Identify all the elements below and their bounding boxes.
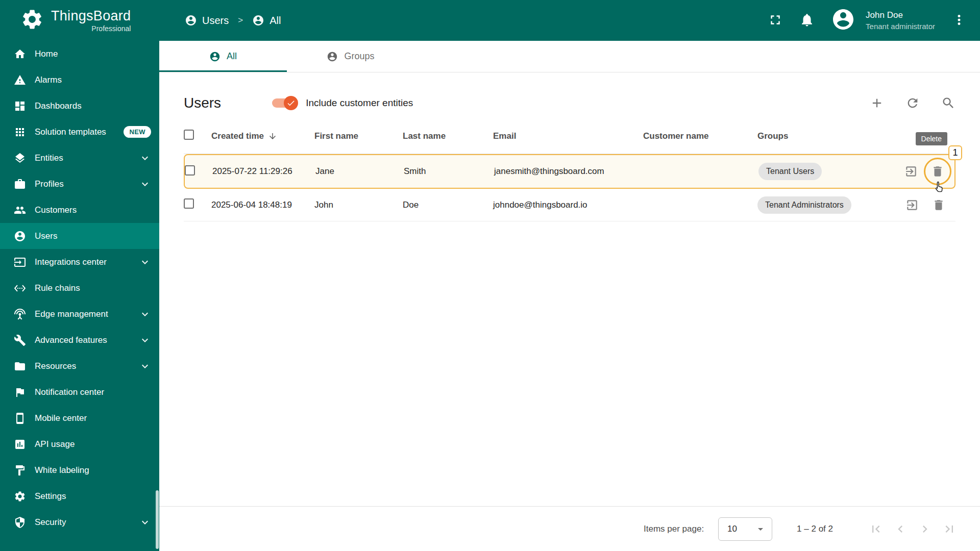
user-icon bbox=[252, 14, 264, 27]
previous-page-button[interactable] bbox=[893, 522, 908, 536]
main-content: All Groups Users Include customer entiti… bbox=[159, 41, 980, 551]
login-as-user-button[interactable] bbox=[904, 165, 918, 178]
group-chip[interactable]: Tenant Users bbox=[758, 163, 822, 180]
page-range-label: 1 – 2 of 2 bbox=[797, 524, 833, 534]
sidebar-item-rule-chains[interactable]: Rule chains bbox=[0, 275, 159, 301]
fullscreen-button[interactable] bbox=[768, 12, 783, 29]
sidebar-item-label: Home bbox=[35, 49, 58, 59]
user-role: Tenant administrator bbox=[866, 22, 935, 31]
sidebar-item-label: Entities bbox=[35, 153, 63, 163]
sidebar-item-notification-center[interactable]: Notification center bbox=[0, 379, 159, 405]
dropdown-caret-icon bbox=[754, 523, 767, 535]
trash-icon bbox=[932, 198, 945, 212]
chevron-down-icon bbox=[139, 256, 151, 268]
column-header-groups[interactable]: Groups bbox=[757, 131, 889, 141]
sidebar-item-settings[interactable]: Settings bbox=[0, 483, 159, 509]
breadcrumb-all[interactable]: All bbox=[252, 14, 281, 27]
select-all-checkbox[interactable] bbox=[184, 130, 194, 140]
row-checkbox[interactable] bbox=[185, 165, 195, 176]
sidebar-item-users[interactable]: Users bbox=[0, 223, 159, 249]
column-header-created-time[interactable]: Created time bbox=[211, 131, 314, 141]
flag-icon bbox=[14, 386, 26, 398]
sidebar-item-label: Profiles bbox=[35, 179, 64, 189]
add-user-button[interactable] bbox=[870, 96, 884, 110]
person-icon bbox=[14, 230, 26, 242]
apps-grid-icon bbox=[14, 126, 26, 138]
thingsboard-app: ThingsBoard Professional Users > All bbox=[0, 0, 980, 551]
tab-all[interactable]: All bbox=[159, 41, 287, 72]
sidebar-item-api-usage[interactable]: API usage bbox=[0, 431, 159, 457]
sidebar-item-customers[interactable]: Customers bbox=[0, 197, 159, 223]
column-header-last-name[interactable]: Last name bbox=[403, 131, 493, 141]
sidebar-item-home[interactable]: Home bbox=[0, 41, 159, 67]
sort-desc-icon[interactable] bbox=[268, 132, 277, 141]
notifications-button[interactable] bbox=[799, 12, 815, 29]
gear-icon bbox=[14, 490, 26, 503]
table-row[interactable]: 2025-06-04 18:48:19 John Doe johndoe@thi… bbox=[184, 189, 955, 221]
include-customer-entities-toggle[interactable]: Include customer entities bbox=[271, 97, 413, 109]
layers-icon bbox=[14, 152, 26, 164]
breadcrumb-users[interactable]: Users bbox=[185, 14, 229, 27]
antenna-icon bbox=[14, 308, 26, 320]
first-page-button[interactable] bbox=[869, 522, 883, 536]
refresh-icon bbox=[905, 96, 920, 110]
sidebar-item-resources[interactable]: Resources bbox=[0, 353, 159, 379]
sidebar-item-label: Rule chains bbox=[35, 283, 80, 293]
search-button[interactable] bbox=[941, 96, 955, 110]
sidebar-item-profiles[interactable]: Profiles bbox=[0, 171, 159, 197]
tab-bar: All Groups bbox=[159, 41, 980, 72]
sidebar-item-security[interactable]: Security bbox=[0, 509, 159, 535]
items-per-page-select[interactable]: 10 bbox=[718, 517, 772, 541]
sidebar-item-entities[interactable]: Entities bbox=[0, 145, 159, 171]
sidebar-item-label: White labeling bbox=[35, 465, 89, 475]
first-page-icon bbox=[869, 522, 883, 536]
sidebar-item-mobile-center[interactable]: Mobile center bbox=[0, 405, 159, 431]
cell-email: janesmith@thingsboard.com bbox=[494, 166, 644, 177]
cell-email: johndoe@thingsboard.io bbox=[493, 200, 643, 210]
login-as-user-button[interactable] bbox=[905, 198, 919, 212]
users-table: Created time First name Last name Email … bbox=[159, 118, 980, 221]
next-page-button[interactable] bbox=[918, 522, 932, 536]
toggle-label: Include customer entities bbox=[306, 97, 413, 109]
delete-user-button[interactable] bbox=[931, 165, 944, 178]
user-icon bbox=[209, 51, 220, 62]
sidebar-item-label: API usage bbox=[35, 439, 75, 449]
plus-icon bbox=[870, 96, 884, 110]
tab-groups[interactable]: Groups bbox=[287, 41, 414, 72]
sidebar-item-label: Mobile center bbox=[35, 413, 87, 423]
sidebar-item-solution-templates[interactable]: Solution templates NEW bbox=[0, 119, 159, 145]
group-chip[interactable]: Tenant Administrators bbox=[757, 196, 851, 214]
toggle-switch[interactable] bbox=[271, 97, 297, 109]
more-menu-button[interactable] bbox=[951, 12, 967, 29]
pagination-bar: Items per page: 10 1 – 2 of 2 bbox=[159, 506, 980, 551]
thingsboard-logo-icon bbox=[20, 8, 44, 33]
sidebar-scrollbar[interactable] bbox=[156, 490, 159, 549]
refresh-button[interactable] bbox=[905, 96, 920, 110]
sidebar-item-integrations-center[interactable]: Integrations center bbox=[0, 249, 159, 275]
sidebar-item-alarms[interactable]: Alarms bbox=[0, 67, 159, 93]
logo-title: ThingsBoard bbox=[51, 8, 131, 24]
search-icon bbox=[941, 96, 955, 110]
delete-user-button[interactable] bbox=[932, 198, 945, 212]
cell-first-name: John bbox=[314, 200, 403, 210]
pager-controls bbox=[869, 522, 957, 536]
header-actions: John Doe Tenant administrator bbox=[768, 7, 967, 34]
sidebar-item-label: Solution templates bbox=[35, 127, 106, 137]
sidebar-item-white-labeling[interactable]: White labeling bbox=[0, 457, 159, 483]
column-header-first-name[interactable]: First name bbox=[314, 131, 403, 141]
chevron-left-icon bbox=[893, 522, 908, 536]
sidebar-item-advanced-features[interactable]: Advanced features bbox=[0, 327, 159, 353]
column-header-email[interactable]: Email bbox=[493, 131, 643, 141]
column-header-customer-name[interactable]: Customer name bbox=[643, 131, 757, 141]
chevron-right-icon bbox=[918, 522, 932, 536]
avatar[interactable] bbox=[831, 7, 855, 34]
thingsboard-logo[interactable]: ThingsBoard Professional bbox=[20, 8, 161, 33]
chevron-down-icon bbox=[139, 308, 151, 320]
table-row[interactable]: 2025-07-22 11:29:26 Jane Smith janesmith… bbox=[184, 154, 955, 189]
sidebar-item-edge-management[interactable]: Edge management bbox=[0, 301, 159, 327]
items-per-page-value: 10 bbox=[727, 524, 737, 534]
row-checkbox[interactable] bbox=[184, 198, 194, 209]
sidebar-item-dashboards[interactable]: Dashboards bbox=[0, 93, 159, 119]
user-info: John Doe Tenant administrator bbox=[866, 10, 935, 31]
last-page-button[interactable] bbox=[942, 522, 957, 536]
